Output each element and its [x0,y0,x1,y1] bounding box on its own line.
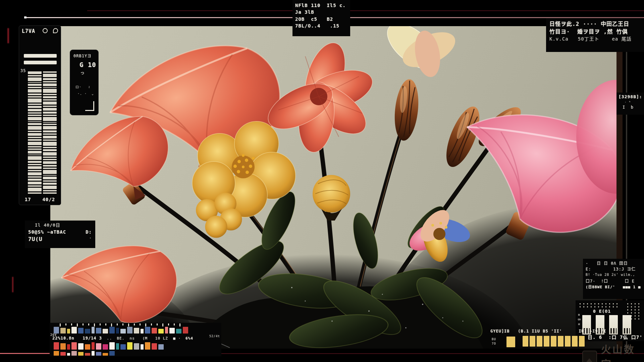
color-swatch [67,344,70,350]
barcode-stripe [28,188,42,192]
barcode-stripe [43,74,57,77]
barcode-stripe [43,183,57,185]
barcode-stripe [28,115,42,116]
gold-square [551,336,556,347]
barcode-stripe [43,165,57,167]
glitch-line: · [89,235,92,243]
barcode-stripe [43,142,57,146]
color-swatch [169,328,175,334]
barcode-stripe [43,149,57,151]
glitch-line: (日BBWE BI/' ■■■ 1 ■ [586,285,641,290]
color-swatch [67,353,70,356]
barcode-stripe [28,166,42,169]
film-id-line: ロ· ≀ [70,76,98,90]
glitch-line: 日怪ヲ此.2 ···· 中田乙王日 [549,20,641,28]
color-swatch [92,342,95,350]
color-swatch [103,353,108,356]
barcode-footer-left: 17 [25,196,31,203]
barcode-stripe [43,186,57,189]
color-swatch [158,329,164,334]
color-swatch [85,353,90,356]
glitch-line: Ja 3lB [295,9,347,15]
barcode-stripe [28,75,42,76]
gold-square-row [523,336,585,347]
color-swatch [109,351,115,356]
swatch-row-2 [54,342,164,350]
barcode-stripe [28,94,42,96]
barcode-stripe [43,81,57,82]
tick-mark [83,323,84,325]
barcode-stripes [28,71,57,195]
barcode-stripe [43,177,57,179]
gold-square [544,336,549,347]
tick-mark [145,323,146,326]
gold-square [530,336,535,347]
barcode-stripe [43,115,57,116]
gold-square [572,336,578,347]
tick-mark [94,323,95,326]
barcode-stripe [28,104,42,105]
left-barcode-panel: L7VA 35 17 40/2 [19,25,61,205]
barcode-stripe [43,168,57,169]
color-swatch [78,343,84,350]
glitch-line: D: [86,229,92,235]
color-swatch [60,328,66,334]
tick-mark [140,323,141,325]
barcode-stripe [28,161,42,163]
gold-square [565,336,571,347]
left-red-tick-1 [7,28,9,43]
tick-mark [71,323,72,325]
barcode-stripe [28,142,42,145]
color-swatch [109,342,115,350]
barcode-stripe [43,106,57,107]
color-swatch [183,327,188,334]
lens-icon [43,28,48,33]
bottom-right-text: GYEU]IB (B.1 I1U B5 'II' IUI ~I9I7I [490,328,644,334]
right-info-box: · 日 日 0Λ 田日 E: 13:J ヨ仁 B! ·Tua 28 2s' wi… [583,259,644,299]
barcode-stripe [43,96,57,98]
strip-text: 22%10.8n 19/14 3 [52,336,102,341]
meter-label: 0 E(O1 [593,308,611,315]
color-swatch [134,328,139,334]
barcode-stripe [43,112,57,114]
glitch-line: NFlB 110 Il5 c. [295,2,347,9]
color-swatch [78,352,84,356]
barcode-stripe [43,147,57,148]
barcode-stripe [28,121,42,122]
color-swatch [96,328,101,334]
barcode-stripe [43,117,57,121]
panel-icons [43,28,58,35]
barcode-stripe [28,117,42,120]
barcode-stripe [43,124,57,125]
watermark: 火山数字 Huoshan Digital [582,341,644,362]
barcode-stripe [43,133,57,135]
glitch-line: B! ·Tua 28 2s' wilm., [586,273,641,278]
barcode-stripe [43,139,57,141]
color-swatch [71,327,77,334]
barcode-stripe [43,122,57,123]
barcode-stripe [28,148,42,150]
color-swatch [152,343,157,350]
barcode-stripe [28,112,42,114]
glitch-line: [3298B]: [619,94,642,100]
color-swatch [152,328,157,334]
barcode-full-bar [24,54,57,58]
film-id-line: 0RB1Yヨ [70,50,98,59]
barcode-stripe [43,192,57,194]
top-right-data-box: 日怪ヲ此.2 ···· 中田乙王日 竹目ヨ· 婚ヲ目ヲ ,然 竹倶 K.v.Ca… [546,18,644,52]
color-swatch [145,327,150,334]
film-id-line: ·. · ⌄ [70,89,98,97]
barcode-panel-title: L7VA [22,28,35,35]
glitch-line: 7U(U [28,235,43,243]
barcode-stripe [43,175,57,176]
color-swatch [103,329,108,334]
swatch-row-1 [54,327,188,334]
tick-row [60,323,180,326]
barcode-stripe [28,99,42,103]
color-swatch [109,327,115,334]
barcode-stripe [28,126,42,130]
color-swatch [54,327,59,334]
film-id-line: っ [70,70,98,76]
color-swatch [54,351,59,356]
tick-mark [151,323,152,325]
